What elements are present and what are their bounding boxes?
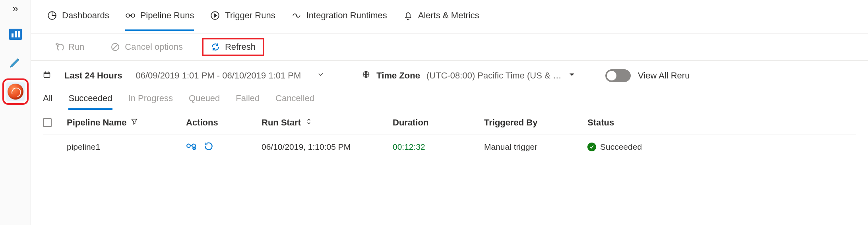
- chevron-down-icon[interactable]: [317, 70, 325, 81]
- dashboard-icon: [47, 10, 57, 21]
- run-button[interactable]: Run: [47, 39, 91, 55]
- col-run-start[interactable]: Run Start: [262, 117, 393, 128]
- rerun-icon[interactable]: [203, 141, 214, 153]
- timezone-label: Time Zone: [376, 70, 420, 81]
- calendar-icon: [43, 70, 51, 81]
- cell-run-start: 06/10/2019, 1:10:05 PM: [262, 142, 393, 152]
- pencil-icon: [9, 55, 22, 71]
- toggle-label: View All Reru: [638, 70, 690, 81]
- refresh-button[interactable]: Refresh: [202, 38, 264, 56]
- view-all-reruns-toggle[interactable]: [605, 69, 631, 82]
- success-icon: [587, 143, 596, 151]
- dropdown-caret-icon[interactable]: [568, 70, 576, 81]
- col-pipeline-name[interactable]: Pipeline Name: [67, 117, 186, 128]
- top-tabs: Dashboards Pipeline Runs Trigger Runs In…: [31, 0, 868, 33]
- runs-table: Pipeline Name Actions Run Start Duration…: [31, 110, 868, 159]
- time-range-value[interactable]: 06/09/2019 1:01 PM - 06/10/2019 1:01 PM: [136, 70, 301, 81]
- integration-icon: [291, 10, 302, 21]
- cancel-icon: [110, 42, 120, 52]
- time-range-label[interactable]: Last 24 Hours: [64, 70, 122, 81]
- table-row[interactable]: pipeline1 06/10/2019, 1:10:05 PM 00:12:3…: [43, 135, 856, 159]
- cell-actions: [186, 141, 262, 153]
- tab-label: Dashboards: [62, 10, 109, 21]
- chart-icon: [9, 29, 22, 40]
- subtab-cancelled[interactable]: Cancelled: [275, 93, 314, 110]
- globe-icon: [362, 70, 370, 81]
- action-label: Refresh: [225, 42, 256, 52]
- rail-monitor[interactable]: [6, 82, 25, 101]
- table-header: Pipeline Name Actions Run Start Duration…: [43, 110, 856, 135]
- subtab-succeeded[interactable]: Succeeded: [68, 93, 112, 110]
- subtab-in-progress[interactable]: In Progress: [128, 93, 173, 110]
- subtab-failed[interactable]: Failed: [236, 93, 260, 110]
- svg-rect-2: [131, 14, 135, 17]
- pipeline-icon: [125, 10, 136, 21]
- refresh-icon: [211, 42, 220, 52]
- cell-pipeline[interactable]: pipeline1: [67, 142, 186, 152]
- cancel-options-button[interactable]: Cancel options: [103, 39, 190, 55]
- run-icon: [54, 42, 64, 52]
- svg-rect-7: [187, 144, 190, 147]
- col-actions: Actions: [186, 117, 262, 128]
- tab-pipeline-runs[interactable]: Pipeline Runs: [125, 10, 194, 31]
- col-status[interactable]: Status: [587, 117, 856, 128]
- rail-overview[interactable]: [6, 25, 25, 43]
- cell-duration: 00:12:32: [393, 142, 484, 152]
- cell-triggered-by: Manual trigger: [484, 142, 587, 152]
- left-rail: »: [0, 0, 31, 225]
- action-label: Run: [68, 42, 84, 52]
- tab-trigger-runs[interactable]: Trigger Runs: [210, 10, 275, 31]
- tab-label: Alerts & Metrics: [418, 10, 479, 21]
- tab-label: Integration Runtimes: [306, 10, 387, 21]
- svg-rect-1: [126, 14, 130, 17]
- col-duration[interactable]: Duration: [393, 117, 484, 128]
- play-circle-icon: [210, 10, 220, 21]
- tab-dashboards[interactable]: Dashboards: [47, 10, 109, 31]
- cell-status: Succeeded: [587, 142, 856, 152]
- tab-integration-runtimes[interactable]: Integration Runtimes: [291, 10, 387, 31]
- filter-icon[interactable]: [130, 117, 138, 128]
- svg-rect-5: [44, 72, 50, 77]
- tab-alerts-metrics[interactable]: Alerts & Metrics: [403, 10, 479, 31]
- action-label: Cancel options: [125, 42, 183, 52]
- col-triggered-by[interactable]: Triggered By: [484, 117, 587, 128]
- tab-label: Trigger Runs: [225, 10, 275, 21]
- select-all-checkbox[interactable]: [43, 118, 52, 127]
- bell-icon: [403, 10, 413, 21]
- filter-bar: Last 24 Hours 06/09/2019 1:01 PM - 06/10…: [31, 61, 868, 91]
- sort-icon[interactable]: [305, 117, 313, 128]
- rail-expand-button[interactable]: »: [12, 2, 18, 15]
- subtab-all[interactable]: All: [43, 93, 52, 110]
- status-subtabs: All Succeeded In Progress Queued Failed …: [31, 91, 868, 110]
- timezone-value[interactable]: (UTC-08:00) Pacific Time (US & Ca...: [426, 70, 562, 81]
- tab-label: Pipeline Runs: [140, 10, 194, 21]
- action-bar: Run Cancel options Refresh: [31, 33, 868, 61]
- rail-author[interactable]: [6, 54, 25, 72]
- gauge-icon: [8, 84, 23, 100]
- view-activity-runs-icon[interactable]: [186, 141, 196, 153]
- subtab-queued[interactable]: Queued: [189, 93, 220, 110]
